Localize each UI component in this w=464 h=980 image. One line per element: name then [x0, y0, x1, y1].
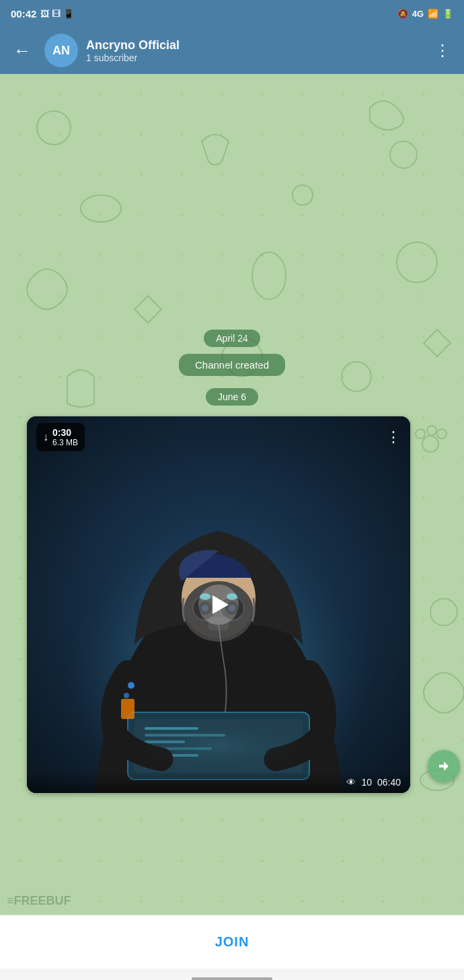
- chat-background: April 24 Channel created June 6 ↓ 0:30 6…: [0, 74, 464, 915]
- video-time: 06:40: [377, 777, 401, 788]
- view-count: 10: [361, 777, 372, 788]
- svg-rect-40: [134, 719, 303, 773]
- forward-button[interactable]: [428, 750, 460, 782]
- svg-point-3: [293, 185, 313, 205]
- channel-created-badge: Channel created: [0, 354, 464, 376]
- svg-point-36: [128, 682, 134, 689]
- date-badge-june: June 6: [0, 388, 464, 406]
- video-more-button[interactable]: ⋮: [386, 428, 401, 446]
- forward-icon: [436, 758, 452, 774]
- svg-rect-39: [123, 701, 132, 717]
- avatar: AN: [44, 34, 78, 67]
- svg-point-0: [37, 111, 71, 145]
- silent-icon: 🔕: [397, 9, 408, 19]
- video-bottom-bar: 👁 10 06:40: [27, 771, 410, 793]
- back-button[interactable]: ←: [8, 38, 36, 64]
- play-button[interactable]: [198, 585, 239, 625]
- svg-point-2: [81, 195, 121, 222]
- date-badge-april: April 24: [0, 330, 464, 347]
- svg-point-5: [252, 252, 286, 299]
- home-bar: [192, 977, 272, 981]
- video-message[interactable]: ↓ 0:30 6.3 MB ⋮: [27, 416, 410, 793]
- video-thumbnail[interactable]: [27, 416, 410, 793]
- toolbar: ← AN Ancryno Official 1 subscriber ⋮: [0, 27, 464, 74]
- subscriber-count: 1 subscriber: [86, 52, 421, 63]
- status-time: 00:42: [11, 8, 36, 20]
- channel-info: Ancryno Official 1 subscriber: [86, 38, 421, 63]
- video-top-bar: ↓ 0:30 6.3 MB ⋮: [27, 416, 410, 458]
- video-meta: 👁 10 06:40: [346, 777, 401, 788]
- media-icons: 🖼 🎞 📱: [40, 9, 73, 19]
- video-duration: 0:30: [52, 427, 78, 438]
- battery-icon: 🔋: [442, 9, 453, 19]
- video-download-info[interactable]: ↓ 0:30 6.3 MB: [36, 423, 85, 451]
- status-bar: 00:42 🖼 🎞 📱 🔕 4G 📶 🔋: [0, 0, 464, 27]
- download-arrow-icon: ↓: [43, 431, 48, 443]
- play-icon: [212, 595, 229, 614]
- signal-icon: 📶: [428, 9, 438, 19]
- watermark: ≡FREEBUF: [7, 894, 71, 908]
- join-button[interactable]: JOIN: [215, 934, 249, 950]
- channel-name: Ancryno Official: [86, 38, 421, 52]
- svg-point-4: [397, 242, 437, 282]
- svg-point-37: [124, 693, 129, 698]
- network-label: 4G: [412, 9, 424, 19]
- home-indicator: [0, 969, 464, 980]
- bottom-bar: JOIN: [0, 915, 464, 969]
- video-filesize: 6.3 MB: [52, 438, 78, 447]
- eye-icon: 👁: [346, 777, 356, 788]
- more-button[interactable]: ⋮: [429, 38, 456, 63]
- svg-point-1: [390, 141, 417, 168]
- video-message-container: ↓ 0:30 6.3 MB ⋮: [13, 416, 451, 793]
